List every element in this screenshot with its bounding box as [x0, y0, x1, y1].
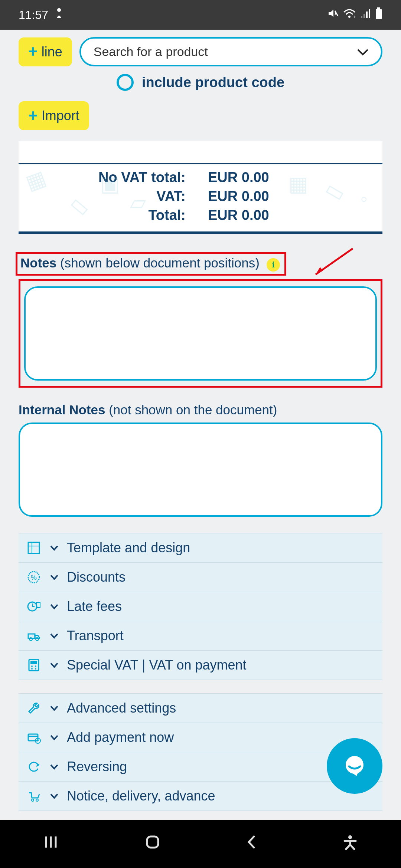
accordion-template-design[interactable]: Template and design — [19, 533, 382, 563]
svg-point-2 — [348, 16, 351, 18]
chevron-down-icon — [50, 761, 59, 772]
truck-icon — [26, 629, 42, 643]
chevron-down-icon — [357, 45, 368, 59]
status-bar: 11:57 + — [0, 0, 401, 30]
cart-icon — [26, 789, 42, 803]
notes-subtitle: (shown below document positions) — [60, 256, 260, 270]
add-line-button[interactable]: + line — [19, 37, 72, 66]
svg-rect-8 — [377, 7, 380, 9]
accordion-label: Notice, delivery, advance — [67, 788, 215, 804]
svg-rect-4 — [361, 16, 362, 18]
svg-text:+: + — [36, 738, 39, 743]
accordion-label: Discounts — [67, 569, 125, 585]
chat-icon — [342, 753, 368, 779]
total-label: Total: — [33, 207, 197, 223]
accordion-label: Advanced settings — [67, 700, 176, 716]
accordion-special-vat[interactable]: Special VAT | VAT on payment — [19, 650, 382, 680]
template-icon — [26, 541, 42, 555]
svg-point-0 — [57, 8, 61, 12]
add-line-label: line — [42, 44, 62, 60]
svg-point-34 — [36, 799, 38, 801]
accordion-label: Add payment now — [67, 730, 174, 745]
svg-rect-7 — [369, 9, 370, 18]
card-icon: + — [26, 730, 42, 744]
accordion-late-fees[interactable]: Late fees — [19, 592, 382, 621]
status-time: 11:57 — [19, 8, 48, 22]
svg-point-33 — [32, 799, 34, 801]
chevron-down-icon — [50, 731, 59, 743]
total-value: EUR 0.00 — [197, 207, 368, 223]
internal-subtitle: (not shown on the document) — [109, 402, 277, 417]
latefee-icon — [26, 599, 42, 614]
app-indicator-icon — [54, 8, 64, 22]
notes-label-highlight: Notes (shown below document positions) i — [16, 252, 286, 276]
accordion-notice-delivery[interactable]: Notice, delivery, advance — [19, 781, 382, 811]
svg-text:%: % — [31, 574, 37, 581]
android-navbar — [0, 820, 401, 868]
import-label: Import — [42, 108, 79, 124]
svg-rect-42 — [147, 836, 158, 848]
mute-icon — [327, 8, 339, 22]
svg-point-25 — [31, 665, 33, 667]
battery-icon — [375, 7, 382, 22]
svg-point-26 — [35, 665, 36, 667]
accordion-group-1: Template and design % Discounts Late fee… — [19, 533, 382, 680]
wrench-icon — [26, 701, 42, 715]
svg-text:+: + — [353, 15, 356, 19]
annotation-arrow-icon — [308, 245, 356, 281]
recents-button[interactable] — [42, 834, 59, 854]
wifi-icon: + — [343, 8, 356, 22]
svg-rect-9 — [376, 9, 382, 19]
undo-icon — [26, 760, 42, 774]
accordion-discounts[interactable]: % Discounts — [19, 562, 382, 592]
accordion-label: Template and design — [67, 540, 190, 556]
accordion-add-payment[interactable]: + Add payment now — [19, 723, 382, 752]
accordion-transport[interactable]: Transport — [19, 621, 382, 651]
calculator-icon — [26, 658, 42, 672]
accordion-label: Late fees — [67, 599, 122, 614]
svg-rect-11 — [28, 542, 39, 553]
svg-point-27 — [31, 668, 33, 670]
product-search[interactable]: Search for a product — [79, 37, 382, 66]
search-placeholder: Search for a product — [94, 45, 208, 59]
import-button[interactable]: + Import — [19, 101, 89, 130]
svg-point-43 — [348, 835, 352, 839]
home-button[interactable] — [144, 834, 161, 854]
chevron-down-icon — [50, 601, 59, 612]
notes-textarea[interactable] — [24, 286, 377, 381]
svg-rect-5 — [363, 14, 365, 18]
totals-card: ▦ ▭ ▣ ▱ ▦ ▭ ◦ No VAT total: EUR 0.00 VAT… — [19, 141, 382, 234]
chat-fab[interactable] — [327, 738, 382, 794]
info-icon[interactable]: i — [267, 258, 280, 272]
discount-icon: % — [26, 570, 42, 584]
plus-icon: + — [28, 110, 38, 122]
chevron-down-icon — [50, 790, 59, 802]
include-code-label: include product code — [142, 75, 284, 91]
plus-icon: + — [28, 46, 38, 57]
chevron-down-icon — [50, 542, 59, 553]
chevron-down-icon — [50, 659, 59, 671]
accordion-advanced-settings[interactable]: Advanced settings — [19, 693, 382, 723]
back-button[interactable] — [246, 834, 257, 854]
accordion-label: Reversing — [67, 759, 127, 775]
svg-point-28 — [35, 668, 36, 670]
accessibility-button[interactable] — [342, 834, 359, 854]
chevron-down-icon — [50, 630, 59, 641]
chevron-down-icon — [50, 702, 59, 714]
internal-notes-textarea[interactable] — [19, 423, 382, 517]
notes-title: Notes — [20, 256, 56, 270]
internal-title: Internal Notes — [19, 402, 105, 417]
include-code-radio[interactable] — [117, 74, 134, 91]
signal-icon — [360, 8, 371, 22]
accordion-group-2: Advanced settings + Add payment now Reve… — [19, 693, 382, 811]
notes-highlight-box — [19, 279, 382, 388]
svg-rect-6 — [366, 11, 368, 18]
svg-rect-24 — [30, 661, 37, 664]
accordion-label: Transport — [67, 628, 124, 644]
accordion-label: Special VAT | VAT on payment — [67, 657, 247, 673]
svg-line-47 — [350, 845, 354, 849]
chevron-down-icon — [50, 571, 59, 583]
